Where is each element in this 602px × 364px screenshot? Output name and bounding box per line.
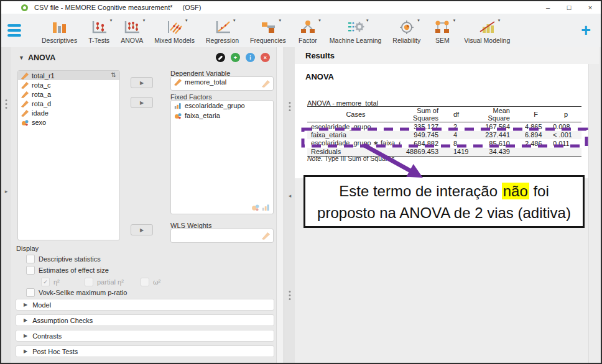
regression-icon: ▾ [212, 19, 233, 36]
module-descriptives[interactable]: Descriptives [36, 17, 83, 44]
module-reliability[interactable]: ▾ Reliability [387, 17, 426, 44]
collapse-results-icon[interactable]: ◂ [289, 193, 292, 199]
option-vovk-sellke[interactable]: Vovk-Sellke maximum p-ratio [26, 288, 127, 297]
maximize-button[interactable]: □ [558, 1, 580, 14]
value-cell: 335.127 [401, 122, 453, 131]
module-label: T-Tests [88, 37, 109, 44]
dependent-variable-box[interactable]: memore_total [170, 76, 274, 91]
assign-wls-button[interactable]: ▶ [131, 224, 153, 235]
value-cell: 2.486 [525, 139, 553, 148]
section-model[interactable]: ▶ Model [16, 299, 274, 311]
results-scrollbar[interactable] [588, 64, 600, 363]
module-frequencies[interactable]: ▾ Frequencies [244, 17, 292, 44]
table-row: escolaridade_grupo 335.127 2 167.564 4.8… [307, 122, 581, 131]
value-cell: 1419 [453, 148, 472, 157]
section-post-hoc-tests[interactable]: ▶ Post Hoc Tests [16, 345, 274, 357]
assigned-variable[interactable]: memore_total [171, 77, 273, 87]
value-cell: 8 [453, 139, 472, 148]
variable-item[interactable]: rota_c [18, 80, 119, 89]
assign-fixed-factor-button[interactable]: ▶ [131, 97, 153, 108]
checkbox[interactable] [26, 255, 35, 263]
module-machine-learning[interactable]: ▾ Machine Learning [324, 17, 387, 44]
section-assumption-checks[interactable]: ▶ Assumption Checks [16, 314, 274, 326]
close-button[interactable]: × [580, 1, 601, 14]
splitter-grip-icon[interactable] [6, 99, 7, 109]
anova-heading: ANOVA [305, 72, 334, 81]
assigned-variable[interactable]: faixa_etaria [171, 111, 273, 121]
duplicate-analysis-button[interactable]: + [231, 53, 240, 62]
pencil-icon [218, 55, 223, 60]
option-label: η² [53, 278, 60, 286]
option-label: partial η² [97, 278, 124, 286]
value-cell: 4 [453, 131, 472, 140]
value-cell: 85.610 [472, 139, 525, 148]
value-cell [525, 148, 553, 157]
module-t-tests[interactable]: ▾ T-Tests [83, 17, 115, 44]
section-collapsed-icon: ▶ [24, 317, 27, 323]
variable-item[interactable]: rota_a [18, 89, 119, 99]
fixed-factors-box[interactable]: escolaridade_grupo faixa_etaria [170, 100, 274, 214]
module-visual-modeling[interactable]: ▾ Visual Modeling [458, 17, 516, 44]
data-panel-splitter[interactable]: ▸ [1, 47, 12, 363]
module-anova[interactable]: ▾ ANOVA [115, 17, 149, 44]
edit-title-button[interactable] [216, 53, 225, 62]
scale-icon [21, 72, 29, 80]
module-regression[interactable]: ▾ Regression [200, 17, 244, 44]
wls-weights-box[interactable] [170, 229, 274, 243]
dropdown-caret-icon: ▾ [417, 18, 420, 22]
column-header: Mean Square [472, 107, 525, 122]
table-row: faixa_etaria 949.745 4 237.441 6.894 < .… [307, 131, 581, 140]
assigned-variable[interactable]: escolaridade_grupo [171, 101, 273, 111]
variable-item[interactable]: sexo [18, 117, 119, 127]
factor-icon: ▾ [297, 19, 318, 36]
dropdown-caret-icon: ▾ [366, 18, 369, 22]
dropdown-caret-icon: ▾ [233, 18, 236, 22]
option-estimates-of-effect-size[interactable]: Estimates of effect size [26, 266, 109, 275]
scale-icon [21, 100, 29, 107]
analysis-panel: ▼ ANOVA + i × total_r1 ⇅ rota_c rota_ [11, 47, 284, 363]
help-button[interactable]: i [246, 53, 255, 62]
analysis-header: ▼ ANOVA + i × [11, 53, 284, 64]
checkbox-checked-disabled: ✓ [41, 278, 50, 286]
value-cell: 6.894 [525, 131, 553, 140]
checkbox[interactable] [26, 288, 35, 297]
option-descriptive-statistics[interactable]: Descriptive statistics [26, 255, 101, 263]
value-cell: 34.439 [472, 148, 525, 157]
variable-item[interactable]: total_r1 ⇅ [18, 71, 119, 80]
hamburger-menu-icon[interactable] [7, 24, 21, 37]
assign-dependent-button[interactable]: ▶ [131, 77, 153, 88]
available-variables-list: total_r1 ⇅ rota_c rota_a rota_d idade [17, 70, 120, 240]
collapse-analysis-icon[interactable]: ▼ [19, 55, 24, 61]
module-label: Descriptives [42, 37, 77, 44]
dropdown-caret-icon: ▾ [143, 18, 146, 22]
module-label: Mixed Models [154, 37, 195, 44]
descriptives-icon [49, 19, 70, 36]
module-label: SEM [435, 37, 450, 44]
value-cell: < .001 [553, 131, 581, 140]
module-sem[interactable]: ▾ SEM [426, 17, 458, 44]
add-module-button[interactable]: + [581, 22, 591, 39]
expand-data-panel-icon[interactable]: ▸ [5, 189, 8, 194]
variable-name: total_r1 [32, 72, 55, 80]
option-label: Estimates of effect size [39, 266, 109, 274]
section-contrasts[interactable]: ▶ Contrasts [16, 330, 274, 342]
results-header: Results [295, 47, 600, 65]
variable-item[interactable]: rota_d [18, 99, 119, 108]
checkbox[interactable] [26, 266, 35, 275]
module-mixed-models[interactable]: ▾ Mixed Models [149, 17, 200, 44]
splitter-grip-icon[interactable] [289, 291, 291, 300]
variable-item[interactable]: idade [18, 108, 119, 117]
results-splitter[interactable]: ◂ [284, 47, 296, 363]
dropdown-caret-icon: ▾ [185, 18, 188, 22]
annotation-line-1: Este termo de interação não foi [339, 180, 549, 202]
results-title: Results [305, 51, 335, 60]
sort-variables-icon[interactable]: ⇅ [111, 71, 116, 78]
scale-icon [21, 81, 29, 89]
variable-name: memore_total [185, 78, 226, 86]
remove-analysis-button[interactable]: × [261, 53, 270, 62]
minimize-button[interactable]: – [537, 1, 558, 14]
dropdown-caret-icon: ▾ [110, 18, 113, 22]
dropdown-caret-icon: ▾ [279, 18, 281, 22]
module-factor[interactable]: ▾ Factor [292, 17, 324, 44]
splitter-grip-icon[interactable] [289, 102, 291, 111]
